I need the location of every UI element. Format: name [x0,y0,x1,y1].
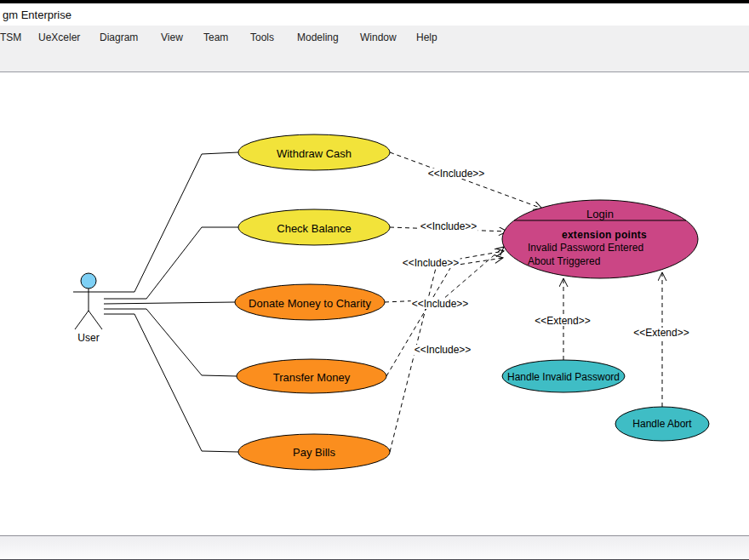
include-label-paybills[interactable]: <<Include>> [414,345,472,355]
usecase-label-withdraw-cash[interactable]: Withdraw Cash [277,148,352,159]
include-label-withdraw[interactable]: <<Include>> [427,169,486,179]
assoc-donate-money [104,302,235,304]
login-extension-point-2: About Triggered [528,256,600,266]
include-label-transfer[interactable]: <<Include>> [411,299,470,309]
include-withdraw [390,152,542,209]
assoc-pay-bills [104,314,238,452]
usecase-label-pay-bills[interactable]: Pay Bills [293,447,335,458]
actor-user[interactable] [73,273,104,329]
include-label-check[interactable]: <<Include>> [420,221,478,231]
extend-label-invalid-password[interactable]: <<Extend>> [534,316,591,326]
assoc-check-balance [104,227,238,299]
usecase-label-donate-money[interactable]: Donate Money to Charity [249,298,371,309]
actor-head [81,273,96,289]
login-title[interactable]: Login [586,209,614,220]
login-extension-point-1: Invalid Password Entered [528,243,643,253]
include-donate [385,247,504,302]
extend-label-abort[interactable]: <<Extend>> [632,328,689,338]
status-bar [0,535,749,559]
usecase-label-check-balance[interactable]: Check Balance [277,223,351,234]
assoc-transfer-money [104,309,237,376]
association-lines[interactable] [104,152,238,452]
assoc-withdraw-cash [104,152,238,292]
include-label-donate[interactable]: <<Include>> [402,258,460,268]
usecase-label-handle-invalid-password[interactable]: Handle Invalid Password [507,372,620,382]
use-case-diagram [0,0,749,560]
actor-label-user[interactable]: User [77,333,99,343]
include-transfer [386,251,504,376]
usecase-label-transfer-money[interactable]: Transfer Money [273,372,351,383]
login-extension-points-header: extension points [562,230,647,240]
usecase-label-handle-abort[interactable]: Handle Abort [632,419,691,429]
